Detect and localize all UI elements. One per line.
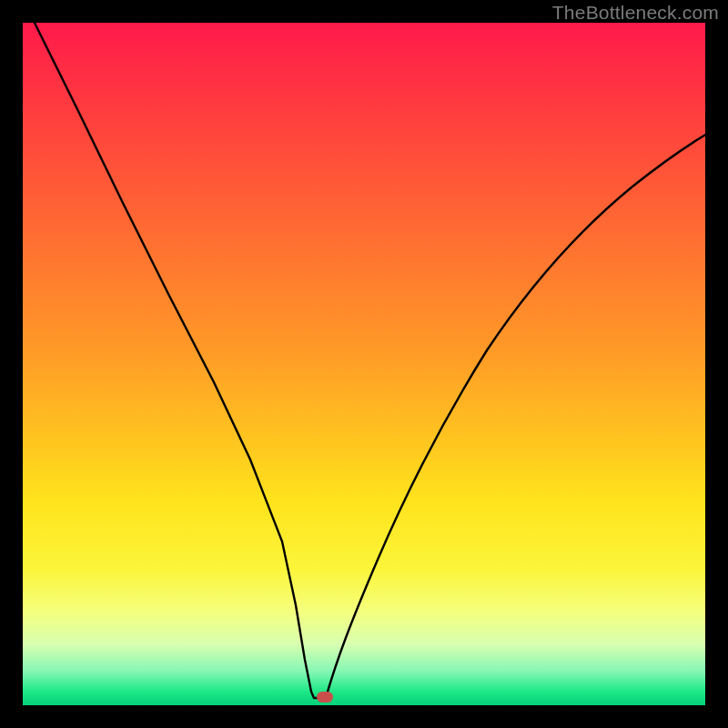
minimum-marker [317,692,333,703]
bottleneck-curve [23,23,705,705]
watermark-text: TheBottleneck.com [552,2,719,24]
plot-area [23,23,705,705]
outer-frame: TheBottleneck.com [0,0,728,728]
